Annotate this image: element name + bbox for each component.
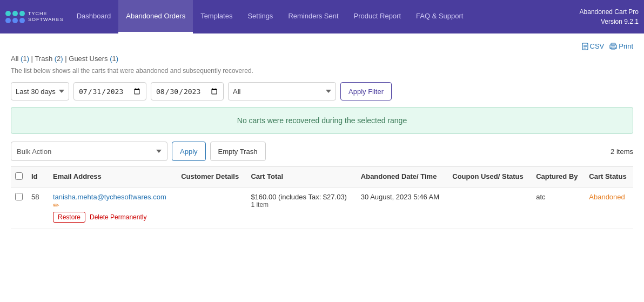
dot1 (5, 11, 11, 16)
filter-guest-link[interactable]: Guest Users (1) (69, 55, 118, 63)
filter-all-link[interactable]: All (1) (11, 55, 29, 63)
row-email-link[interactable]: tanisha.mehta@tychesoftwares.com (53, 193, 166, 201)
col-customer-header: Customer Details (177, 167, 246, 187)
no-carts-notice: No carts were recovered during the selec… (11, 107, 633, 134)
edit-icon: ✏ (53, 201, 59, 210)
row-cart-status: Abandoned (585, 187, 633, 229)
restore-button[interactable]: Restore (53, 212, 85, 223)
row-captured-by: atc (532, 187, 585, 229)
bulk-action-select[interactable]: Bulk Action (11, 142, 167, 161)
date-range-select[interactable]: Last 30 days (11, 82, 69, 100)
nav-item-product-report[interactable]: Product Report (346, 0, 408, 33)
navigation-bar: TYCHE SOFTWARES Dashboard Abandoned Orde… (0, 0, 644, 33)
dot2 (12, 11, 18, 16)
apply-filter-button[interactable]: Apply Filter (340, 82, 392, 100)
csv-icon (582, 43, 588, 50)
dot6 (19, 18, 25, 23)
select-all-checkbox[interactable] (15, 172, 23, 180)
logo-text: TYCHE SOFTWARES (28, 11, 64, 23)
bulk-apply-button[interactable]: Apply (172, 142, 206, 161)
col-email-header: Email Address (49, 167, 177, 187)
main-content: CSV Print All (1) | Trash (2) | Guest Us… (0, 33, 644, 302)
export-row: CSV Print (11, 42, 633, 50)
date-from-input[interactable] (73, 82, 146, 100)
row-coupon (448, 187, 532, 229)
logo-dots (5, 11, 25, 23)
date-to-input[interactable] (151, 82, 224, 100)
nav-item-abandoned-orders[interactable]: Abandoned Orders (118, 0, 193, 33)
col-cart-total-header: Cart Total (246, 167, 356, 187)
nav-item-templates[interactable]: Templates (193, 0, 240, 33)
col-abandoned-date-header: Abandoned Date/ Time (357, 167, 448, 187)
col-status-header: Cart Status (585, 167, 633, 187)
col-captured-header: Captured By (532, 167, 585, 187)
nav-version: Abandoned Cart Pro Version 9.2.1 (580, 7, 639, 26)
dot3 (19, 11, 25, 16)
row-customer-details (177, 187, 246, 229)
col-checkbox (11, 167, 27, 187)
orders-table: Id Email Address Customer Details Cart T… (11, 166, 633, 229)
nav-item-dashboard[interactable]: Dashboard (69, 0, 119, 33)
filter-links: All (1) | Trash (2) | Guest Users (1) (11, 55, 633, 63)
row-cart-total: $160.00 (includes Tax: $27.03) 1 item (246, 187, 356, 229)
logo: TYCHE SOFTWARES (5, 11, 64, 23)
version-line2: Version 9.2.1 (601, 18, 639, 25)
nav-item-reminders-sent[interactable]: Reminders Sent (280, 0, 346, 33)
dot4 (5, 18, 11, 23)
filter-row: Last 30 days All Apply Filter (11, 82, 633, 100)
col-coupon-header: Coupon Used/ Status (448, 167, 532, 187)
col-id-header: Id (27, 167, 49, 187)
filter-trash-link[interactable]: Trash (2) (35, 55, 63, 63)
row-checkbox-cell (11, 187, 27, 229)
row-checkbox[interactable] (15, 193, 23, 200)
bulk-action-row: Bulk Action Apply Empty Trash 2 items (11, 142, 633, 161)
dot5 (12, 18, 18, 23)
print-icon (609, 43, 617, 50)
nav-item-faq-support[interactable]: FAQ & Support (408, 0, 471, 33)
row-actions: Restore Delete Permanently (53, 212, 172, 223)
nav-item-settings[interactable]: Settings (240, 0, 280, 33)
status-filter-select[interactable]: All (228, 82, 336, 100)
row-abandoned-date: 30 August, 2023 5:46 AM (357, 187, 448, 229)
empty-trash-button[interactable]: Empty Trash (210, 142, 266, 161)
info-text: The list below shows all the carts that … (11, 67, 633, 75)
nav-items: Dashboard Abandoned Orders Templates Set… (69, 0, 580, 33)
table-row: 58 tanisha.mehta@tychesoftwares.com ✏ Re… (11, 187, 633, 229)
version-line1: Abandoned Cart Pro (580, 8, 639, 16)
logo-line1: TYCHE (28, 11, 48, 16)
logo-line2: SOFTWARES (28, 17, 64, 22)
items-count: 2 items (611, 147, 633, 156)
delete-permanently-button[interactable]: Delete Permanently (90, 213, 146, 221)
row-id: 58 (27, 187, 49, 229)
row-email-cell: tanisha.mehta@tychesoftwares.com ✏ Resto… (49, 187, 177, 229)
print-button[interactable]: Print (609, 42, 633, 50)
csv-export[interactable]: CSV (582, 42, 605, 50)
